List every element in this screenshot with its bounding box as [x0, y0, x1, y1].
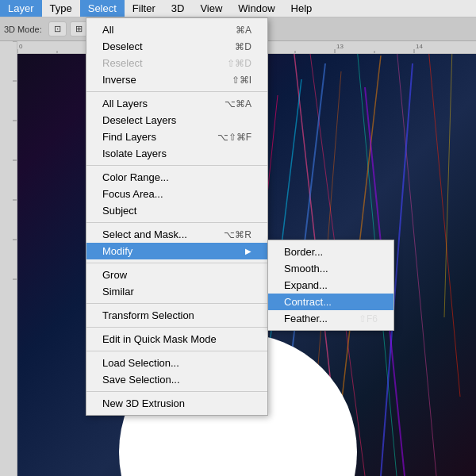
menu-help[interactable]: Help [283, 0, 321, 17]
menu-item-inverse[interactable]: Inverse ⇧⌘I [86, 71, 267, 88]
menu-item-transform-selection[interactable]: Transform Selection [86, 307, 267, 324]
menu-item-save-selection[interactable]: Save Selection... [86, 371, 267, 388]
sep-4 [86, 263, 267, 263]
toolbar-3d-mode-1[interactable]: ⊡ [48, 21, 67, 36]
menu-item-isolate-layers[interactable]: Isolate Layers [86, 145, 267, 162]
menu-item-reselect[interactable]: Reselect ⇧⌘D [86, 55, 267, 71]
menu-bar: Layer Type Select Filter 3D View Window … [0, 0, 476, 17]
menu-item-subject[interactable]: Subject [86, 202, 267, 219]
ruler-vertical [0, 41, 17, 476]
sep-6 [86, 327, 267, 328]
submenu-item-feather[interactable]: Feather... ⇧F6 [268, 310, 393, 327]
submenu-item-expand[interactable]: Expand... [268, 277, 393, 294]
sep-2 [86, 165, 267, 166]
menu-item-all-layers[interactable]: All Layers ⌥⌘A [86, 95, 267, 112]
submenu-item-smooth[interactable]: Smooth... [268, 260, 393, 277]
svg-text:13: 13 [336, 43, 344, 50]
menu-item-focus-area[interactable]: Focus Area... [86, 186, 267, 202]
toolbar-label: 3D Mode: [4, 25, 42, 34]
menu-layer[interactable]: Layer [0, 0, 42, 17]
submenu-arrow: ▶ [245, 247, 251, 255]
svg-line-12 [444, 48, 452, 317]
menu-view[interactable]: View [192, 0, 230, 17]
menu-filter[interactable]: Filter [125, 0, 163, 17]
svg-rect-31 [0, 41, 17, 476]
menu-item-deselect[interactable]: Deselect ⌘D [86, 38, 267, 55]
menu-3d[interactable]: 3D [163, 0, 193, 17]
sep-8 [86, 391, 267, 392]
menu-item-find-layers[interactable]: Find Layers ⌥⇧⌘F [86, 129, 267, 145]
sep-3 [86, 222, 267, 223]
menu-item-grow[interactable]: Grow [86, 267, 267, 283]
select-dropdown-menu: All ⌘A Deselect ⌘D Reselect ⇧⌘D Inverse … [86, 17, 268, 416]
menu-item-load-selection[interactable]: Load Selection... [86, 355, 267, 371]
svg-line-7 [428, 48, 460, 397]
menu-item-deselect-layers[interactable]: Deselect Layers [86, 112, 267, 129]
modify-submenu: Border... Smooth... Expand... Contract..… [267, 240, 394, 331]
menu-item-quick-mask[interactable]: Edit in Quick Mask Mode [86, 331, 267, 347]
svg-text:0: 0 [19, 43, 23, 50]
menu-window[interactable]: Window [230, 0, 282, 17]
submenu-item-border[interactable]: Border... [268, 244, 393, 260]
svg-line-5 [397, 48, 436, 476]
menu-item-color-range[interactable]: Color Range... [86, 169, 267, 186]
menu-type[interactable]: Type [42, 0, 80, 17]
menu-item-modify[interactable]: Modify ▶ Border... Smooth... Expand... C… [86, 243, 267, 259]
menu-item-similar[interactable]: Similar [86, 283, 267, 300]
menu-item-select-mask[interactable]: Select and Mask... ⌥⌘R [86, 226, 267, 243]
sep-7 [86, 351, 267, 351]
sep-1 [86, 91, 267, 92]
menu-select[interactable]: Select [80, 0, 125, 17]
sep-5 [86, 303, 267, 304]
submenu-item-contract[interactable]: Contract... [268, 294, 393, 310]
menu-item-new-3d[interactable]: New 3D Extrusion [86, 395, 267, 412]
svg-text:14: 14 [416, 43, 423, 50]
menu-item-all[interactable]: All ⌘A [86, 21, 267, 38]
